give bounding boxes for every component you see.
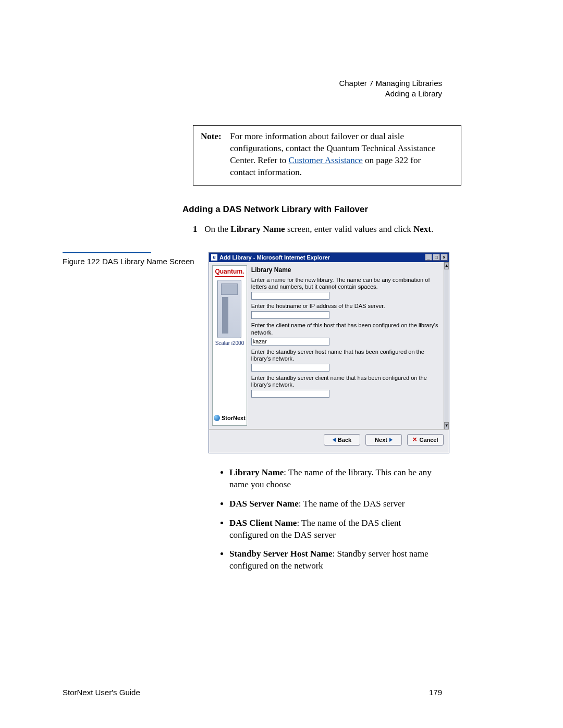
library-name-input[interactable]: [251, 292, 329, 300]
cancel-button[interactable]: ✕ Cancel: [407, 434, 444, 446]
back-label: Back: [338, 437, 351, 443]
note-label: Note:: [201, 131, 228, 143]
step-bold1: Library Name: [230, 224, 285, 234]
section-heading: Adding a DAS Network Library with Failov…: [182, 204, 500, 215]
standby-host-input[interactable]: [251, 364, 329, 372]
model-label: Scalar i2000: [215, 340, 244, 346]
client-name-desc: Enter the client name of this host that …: [251, 322, 439, 336]
scrollbar[interactable]: ▲ ▼: [444, 262, 449, 429]
page: Chapter 7 Managing Libraries Adding a Li…: [0, 0, 563, 728]
client-name-input[interactable]: [251, 338, 329, 346]
library-name-desc: Enter a name for the new library. The na…: [251, 277, 439, 290]
back-button[interactable]: Back: [324, 434, 360, 446]
term: DAS Client Name: [229, 518, 297, 528]
cancel-x-icon: ✕: [412, 436, 417, 443]
list-item: DAS Server Name: The name of the DAS ser…: [229, 498, 500, 510]
scroll-down-icon[interactable]: ▼: [444, 422, 449, 429]
term: Standby Server Host Name: [229, 549, 333, 559]
figure-rule: [63, 252, 151, 253]
figure-caption-block: Figure 122 DAS Library Name Screen: [63, 252, 209, 453]
term: Library Name: [229, 467, 284, 477]
chapter-line: Chapter 7 Managing Libraries: [339, 78, 442, 89]
term-text: : The name of the DAS server: [299, 499, 405, 509]
step-number: 1: [193, 224, 202, 235]
screenshot-window: e Add Library - Microsoft Internet Explo…: [209, 252, 449, 453]
standby-host-desc: Enter the standby server host name that …: [251, 349, 439, 362]
form-title: Library Name: [251, 266, 439, 274]
step-text-c: .: [431, 224, 433, 234]
window-title: Add Library - Microsoft Internet Explore…: [219, 254, 425, 261]
page-header: Chapter 7 Managing Libraries Adding a Li…: [339, 78, 442, 100]
step-text-a: On the: [204, 224, 230, 234]
wizard-sidebar: Quantum. Scalar i2000 StorNext: [212, 265, 247, 426]
globe-icon: [214, 415, 220, 421]
product-label: StorNext: [214, 415, 246, 421]
note-text: For more information about failover or d…: [230, 131, 438, 179]
close-icon[interactable]: ×: [440, 254, 448, 261]
term: DAS Server Name: [229, 499, 299, 509]
button-row: Back Next ✕ Cancel: [209, 429, 449, 453]
standby-client-input[interactable]: [251, 390, 329, 398]
section-line: Adding a Library: [339, 89, 442, 99]
next-label: Next: [375, 437, 387, 443]
tape-library-icon: [217, 280, 241, 338]
maximize-icon[interactable]: □: [433, 254, 440, 261]
list-item: DAS Client Name: The name of the DAS cli…: [229, 517, 500, 541]
standby-client-desc: Enter the standby server client name tha…: [251, 375, 439, 388]
titlebar: e Add Library - Microsoft Internet Explo…: [209, 253, 449, 262]
scroll-up-icon[interactable]: ▲: [444, 262, 449, 269]
next-button[interactable]: Next: [365, 434, 402, 446]
field-descriptions: Library Name: The name of the library. T…: [209, 467, 500, 573]
brand-label: Quantum.: [215, 268, 244, 277]
page-footer: StorNext User's Guide 179: [63, 688, 442, 697]
customer-assistance-link[interactable]: Customer Assistance: [289, 155, 363, 165]
form-panel: Library Name Enter a name for the new li…: [249, 262, 444, 429]
page-number: 179: [429, 688, 442, 697]
das-server-input[interactable]: [251, 311, 329, 319]
step-bold2: Next: [413, 224, 431, 234]
step-1: 1 On the Library Name screen, enter vali…: [193, 224, 500, 235]
list-item: Standby Server Host Name: Standby server…: [229, 548, 500, 572]
das-server-desc: Enter the hostname or IP address of the …: [251, 303, 439, 310]
next-arrow-icon: [389, 438, 393, 442]
figure-caption: Figure 122 DAS Library Name Screen: [63, 256, 203, 267]
step-text-b: screen, enter valid values and click: [285, 224, 413, 234]
back-arrow-icon: [333, 438, 336, 442]
product-text: StorNext: [222, 415, 246, 421]
ie-icon: e: [211, 254, 217, 261]
list-item: Library Name: The name of the library. T…: [229, 467, 500, 491]
cancel-label: Cancel: [419, 437, 438, 443]
minimize-icon[interactable]: _: [425, 254, 432, 261]
footer-left: StorNext User's Guide: [63, 688, 140, 697]
note-box: Note: For more information about failove…: [193, 125, 461, 186]
